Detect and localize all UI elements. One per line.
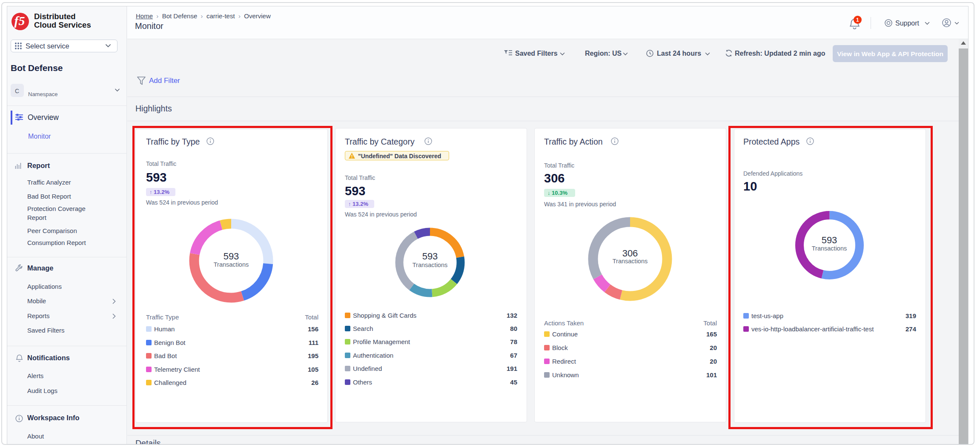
svg-text:f5: f5 [14, 14, 25, 28]
